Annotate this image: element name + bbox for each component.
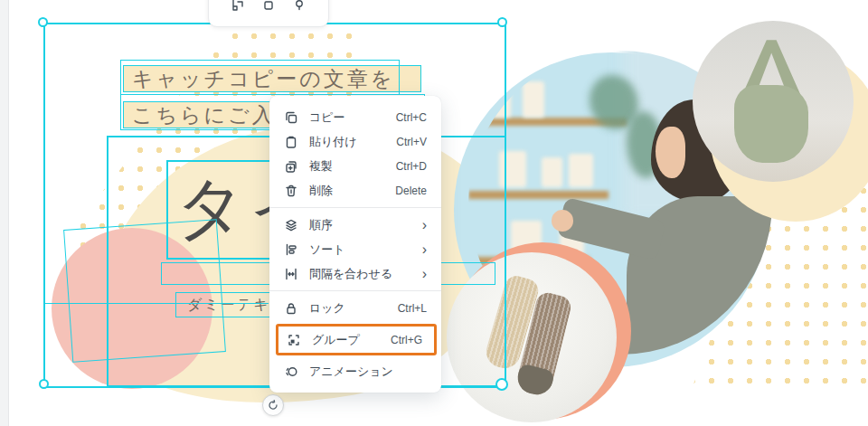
duplicate-icon [284, 159, 298, 174]
submenu-chevron-icon: › [422, 267, 427, 281]
submenu-chevron-icon: › [422, 242, 427, 257]
submenu-chevron-icon: › [422, 218, 427, 232]
animation-icon [284, 364, 298, 379]
menu-item-label: アニメーション [309, 364, 393, 380]
floating-toolbar [208, 0, 329, 27]
photo-green-bag[interactable] [693, 21, 854, 182]
menu-item-lock[interactable]: ロック Ctrl+L [269, 296, 441, 320]
menu-item-duplicate[interactable]: 複製 Ctrl+D [269, 154, 441, 178]
menu-item-shortcut: Ctrl+D [396, 160, 427, 173]
menu-item-label: ソート [309, 241, 345, 258]
canvas-left-edge [0, 0, 9, 426]
menu-item-delete[interactable]: 削除 Delete [269, 178, 441, 203]
menu-item-label: グループ [312, 332, 360, 348]
menu-item-sort[interactable]: ソート › [269, 237, 441, 261]
woman-hand [552, 210, 573, 232]
menu-item-label: 貼り付け [309, 134, 357, 150]
shelf-item [569, 154, 593, 187]
menu-item-label: 削除 [309, 183, 333, 199]
menu-item-label: ロック [309, 300, 345, 317]
trash-icon [284, 184, 298, 198]
rotate-handle[interactable] [262, 394, 284, 416]
tutorial-highlight-box: グループ Ctrl+G [276, 324, 437, 355]
menu-item-shortcut: Delete [395, 185, 427, 197]
menu-item-shortcut: Ctrl+L [398, 302, 427, 315]
canva-editor-canvas: キャッチコピーの文章を こちらにご入 タイ ダミーテキ [0, 0, 868, 426]
selection-handle-bottom-right[interactable] [495, 378, 508, 391]
group-icon [287, 333, 301, 347]
selection-handle-top-right[interactable] [497, 17, 507, 27]
menu-item-spacing[interactable]: 間隔を合わせる › [269, 261, 441, 286]
context-menu: コピー Ctrl+C 貼り付け Ctrl+V 複製 [269, 96, 441, 393]
shelf-item [542, 157, 563, 188]
copy-icon [284, 110, 298, 125]
menu-item-order[interactable]: 順序 › [269, 213, 441, 237]
menu-item-paste[interactable]: 貼り付け Ctrl+V [269, 129, 441, 154]
lock-icon [284, 301, 298, 316]
link-icon[interactable] [292, 0, 307, 14]
menu-separator [269, 290, 441, 291]
menu-item-label: 順序 [309, 217, 333, 233]
paste-icon [284, 135, 298, 149]
sort-icon [284, 242, 298, 257]
woman-face [656, 127, 686, 178]
rotate-icon [268, 400, 278, 411]
menu-item-group[interactable]: グループ Ctrl+G [278, 327, 434, 353]
spacing-icon [284, 267, 298, 281]
shelf-item [523, 81, 544, 118]
menu-item-shortcut: Ctrl+C [396, 111, 427, 124]
menu-item-shortcut: Ctrl+V [396, 136, 427, 148]
menu-item-label: 間隔を合わせる [309, 266, 392, 282]
bag-body [734, 85, 808, 162]
selection-handle-top-left[interactable] [38, 17, 48, 27]
layers-icon [284, 218, 298, 232]
menu-item-label: 複製 [309, 158, 333, 175]
lock-toolbar-icon[interactable] [261, 0, 276, 14]
menu-separator [269, 207, 441, 208]
menu-item-shortcut: Ctrl+G [391, 334, 422, 346]
menu-item-copy[interactable]: コピー Ctrl+C [269, 105, 441, 129]
selection-handle-bottom-left[interactable] [39, 379, 49, 389]
position-icon[interactable] [231, 0, 245, 14]
menu-item-label: コピー [309, 109, 345, 126]
menu-item-animation[interactable]: アニメーション [269, 359, 441, 383]
